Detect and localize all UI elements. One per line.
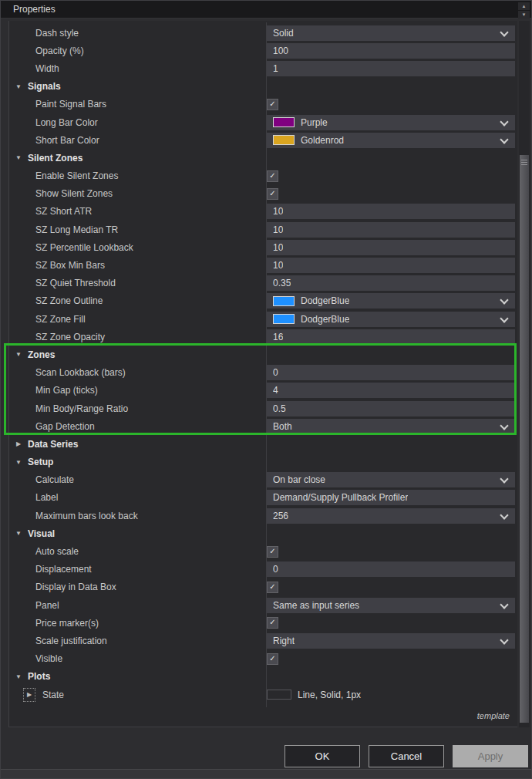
input-sz-short-atr[interactable]: 10 (267, 204, 515, 219)
input-sz-percentile-lookback[interactable]: 10 (267, 240, 515, 255)
input-opacity[interactable]: 100 (267, 43, 515, 59)
checkbox-auto-scale[interactable]: ✓ (267, 546, 278, 558)
chevron-down-icon (500, 28, 508, 36)
dropdown-gap-detection[interactable]: Both (267, 419, 515, 434)
color-swatch (273, 135, 295, 145)
section-row-data-series[interactable]: ▶ Data Series (9, 435, 517, 453)
property-label: SZ Short ATR (9, 206, 92, 217)
plot-style-value: Line, Solid, 1px (298, 690, 361, 700)
dropdown-maximum-bars-look-back[interactable]: 256 (267, 508, 515, 524)
property-row-min-body-range-ratio: Min Body/Range Ratio 0.5 (9, 400, 517, 417)
dropdown-value: Same as input series (273, 600, 359, 611)
expander-down-icon[interactable]: ▼ (13, 524, 24, 542)
property-row-sz-percentile-lookback: SZ Percentile Lookback 10 (9, 238, 517, 256)
property-row-long-bar-color: Long Bar Color Purple (9, 113, 517, 131)
chevron-down-icon (500, 296, 508, 305)
property-label: Width (9, 63, 59, 74)
input-sz-zone-opacity[interactable]: 16 (267, 329, 515, 345)
property-row-paint-signal-bars: Paint Signal Bars ✓ (9, 96, 517, 113)
expander-down-icon[interactable]: ▼ (13, 668, 24, 686)
scroll-down-icon[interactable]: ▼ (518, 11, 530, 19)
property-label: SZ Box Min Bars (9, 260, 105, 271)
property-label: Auto scale (9, 546, 79, 557)
property-label: Display in Data Box (9, 582, 116, 592)
checkbox-paint-signal-bars[interactable]: ✓ (267, 99, 278, 110)
section-row-signals[interactable]: ▼ Signals (9, 78, 517, 96)
template-link[interactable]: template (477, 711, 510, 720)
dropdown-calculate[interactable]: On bar close (267, 472, 515, 487)
color-swatch (273, 117, 295, 127)
properties-dialog: Properties ▲ ▼ Dash style Solid Opacity … (0, 0, 532, 779)
apply-button: Apply (453, 745, 528, 767)
ok-button[interactable]: OK (285, 745, 360, 767)
expander-down-icon[interactable]: ▼ (13, 346, 24, 363)
dropdown-panel[interactable]: Same as input series (267, 598, 515, 613)
dropdown-value: DodgerBlue (301, 295, 349, 306)
chevron-down-icon (500, 600, 508, 609)
expander-down-icon[interactable]: ▼ (13, 454, 24, 471)
property-label: Scan Lookback (bars) (9, 367, 126, 378)
plot-row-state: ▶ State Line, Solid, 1px (9, 686, 517, 703)
property-label: Price marker(s) (9, 618, 99, 629)
dropdown-scale-justification[interactable]: Right (267, 633, 515, 649)
property-label: SZ Long Median TR (9, 224, 118, 235)
checkbox-price-marker-s[interactable]: ✓ (267, 617, 278, 629)
section-row-setup[interactable]: ▼ Setup (9, 454, 517, 471)
expander-down-icon[interactable]: ▼ (13, 149, 24, 167)
property-row-sz-long-median-tr: SZ Long Median TR 10 (9, 221, 517, 238)
input-sz-long-median-tr[interactable]: 10 (267, 222, 515, 238)
property-label: Scale justification (9, 636, 107, 646)
input-value: 10 (273, 260, 283, 271)
property-row-gap-detection: Gap Detection Both (9, 417, 517, 435)
scrollbar-thumb[interactable] (520, 155, 529, 723)
input-value: 1 (273, 63, 278, 74)
color-dropdown-sz-zone-fill[interactable]: DodgerBlue (267, 312, 515, 327)
color-dropdown-short-bar-color[interactable]: Goldenrod (267, 133, 515, 148)
chevron-down-icon (500, 135, 508, 143)
scrollbar-grip-icon (521, 160, 527, 167)
property-label: Short Bar Color (9, 135, 99, 146)
section-row-plots[interactable]: ▼ Plots (9, 668, 517, 686)
input-width[interactable]: 1 (267, 61, 515, 76)
input-value: 100 (273, 46, 288, 56)
input-displacement[interactable]: 0 (267, 561, 515, 577)
property-label: Panel (9, 600, 59, 611)
property-label: Enable Silent Zones (9, 170, 118, 181)
scroll-up-icon[interactable]: ▲ (518, 2, 530, 10)
input-min-gap-ticks[interactable]: 4 (267, 383, 515, 398)
input-min-body-range-ratio[interactable]: 0.5 (267, 401, 515, 416)
dropdown-value: Solid (273, 28, 294, 39)
color-swatch (273, 296, 295, 306)
expander-right-icon[interactable]: ▶ (13, 435, 24, 453)
dropdown-value: Right (273, 636, 295, 646)
input-label[interactable]: Demand/Supply Pullback Profiler (267, 490, 515, 505)
expander-right-icon[interactable]: ▶ (24, 689, 35, 701)
expander-down-icon[interactable]: ▼ (13, 78, 24, 96)
color-dropdown-long-bar-color[interactable]: Purple (267, 115, 515, 130)
property-label: Min Body/Range Ratio (9, 403, 128, 414)
section-row-visual[interactable]: ▼ Visual (9, 524, 517, 542)
input-scan-lookback-bars[interactable]: 0 (267, 365, 515, 380)
property-row-short-bar-color: Short Bar Color Goldenrod (9, 131, 517, 149)
dropdown-dash-style[interactable]: Solid (267, 25, 515, 41)
input-sz-box-min-bars[interactable]: 10 (267, 258, 515, 273)
chevron-down-icon (500, 421, 508, 430)
color-dropdown-sz-zone-outline[interactable]: DodgerBlue (267, 293, 515, 309)
checkbox-enable-silent-zones[interactable]: ✓ (267, 170, 278, 182)
checkbox-display-in-data-box[interactable]: ✓ (267, 582, 278, 593)
chevron-down-icon (500, 636, 508, 644)
property-row-scale-justification: Scale justification Right (9, 632, 517, 649)
scrollbar[interactable] (519, 21, 530, 727)
checkbox-visible[interactable]: ✓ (267, 653, 278, 665)
property-label: Paint Signal Bars (9, 99, 106, 110)
property-label: SZ Percentile Lookback (9, 242, 133, 253)
dialog-buttons: OK Cancel Apply (285, 745, 528, 767)
cancel-button[interactable]: Cancel (369, 745, 444, 767)
input-sz-quiet-threshold[interactable]: 0.35 (267, 275, 515, 291)
property-label: SZ Zone Fill (9, 314, 86, 325)
section-row-zones[interactable]: ▼ Zones (9, 346, 517, 363)
section-row-silent-zones[interactable]: ▼ Silent Zones (9, 149, 517, 167)
dropdown-value: On bar close (273, 474, 325, 485)
checkbox-show-silent-zones[interactable]: ✓ (267, 188, 278, 200)
property-row-enable-silent-zones: Enable Silent Zones ✓ (9, 167, 517, 185)
